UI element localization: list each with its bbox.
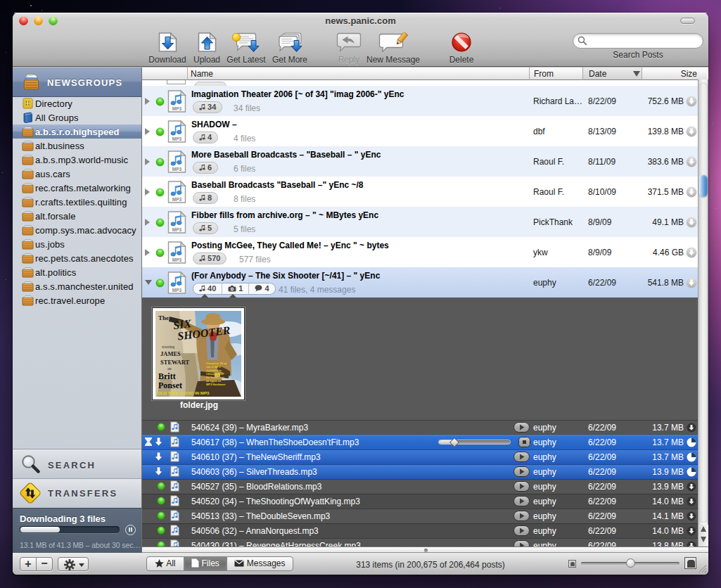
svg-text:JAMES: JAMES [160, 350, 181, 357]
svg-text:MP3 Hardware: MP3 Hardware [206, 383, 226, 386]
svg-text:MP3: MP3 [172, 106, 182, 111]
svg-text:Britt: Britt [158, 371, 176, 381]
svg-text:MP3: MP3 [172, 257, 182, 262]
svg-text:MP3: MP3 [172, 197, 182, 202]
svg-text:MP3: MP3 [172, 167, 182, 172]
svg-text:as: as [167, 366, 172, 371]
svg-text:OLD TIME RADIO IN MP3: OLD TIME RADIO IN MP3 [158, 390, 210, 395]
svg-text:The: The [158, 314, 169, 321]
svg-text:MP3: MP3 [172, 136, 182, 141]
svg-text:MP3: MP3 [172, 288, 182, 293]
svg-text:Ponset: Ponset [158, 381, 182, 390]
svg-text:starring: starring [162, 345, 174, 349]
svg-text:STEWART: STEWART [160, 359, 190, 366]
svg-text:MP3: MP3 [172, 227, 182, 232]
